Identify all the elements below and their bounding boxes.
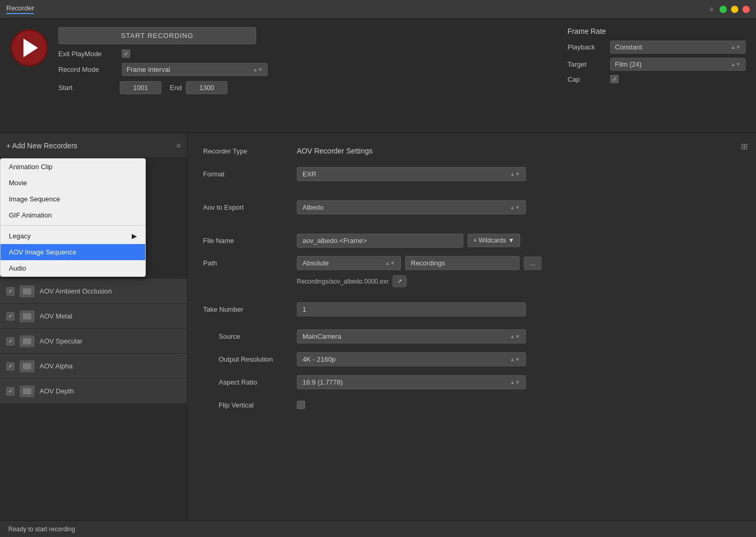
aov-depth-checkbox[interactable] [6, 387, 15, 395]
output-resolution-select[interactable]: 4K - 2160p ▲▼ [297, 352, 526, 366]
flip-vertical-checkbox[interactable] [297, 401, 305, 409]
aov-metal-label: AOV Metal [40, 312, 72, 320]
aov-export-arrow-icon: ▲▼ [510, 204, 520, 210]
record-mode-select[interactable]: Frame Interval ▲▼ [122, 63, 268, 76]
source-arrow-icon: ▲▼ [510, 334, 520, 339]
dropdown-image-sequence-label: Image Sequence [9, 195, 60, 203]
close-button[interactable] [742, 6, 750, 13]
cap-row: Cap [568, 75, 746, 83]
sort-icon: ≡ [177, 142, 181, 150]
aspect-ratio-label: Aspect Ratio [203, 378, 297, 386]
frame-end-input[interactable]: 1300 [186, 81, 228, 94]
frame-start-input[interactable]: 1001 [120, 81, 161, 94]
source-select[interactable]: MainCamera ▲▼ [297, 329, 526, 343]
exit-playmode-checkbox[interactable] [122, 49, 130, 58]
aov-export-row: Aov to Export Albedo ▲▼ [203, 200, 740, 214]
aov-specular-checkbox[interactable] [6, 337, 15, 346]
dropdown-gif-animation-label: GIF Animation [9, 211, 52, 219]
dropdown-item-image-sequence[interactable]: Image Sequence [1, 191, 145, 207]
exit-playmode-row: Exit PlayMode [58, 49, 536, 58]
minimize-button[interactable] [731, 6, 738, 13]
target-row: Target Film (24) ▲▼ [568, 58, 746, 71]
dropdown-item-gif-animation[interactable]: GIF Animation [1, 207, 145, 223]
aspect-ratio-select[interactable]: 16:9 (1.7778) ▲▼ [297, 375, 526, 389]
aov-depth-thumb [20, 386, 34, 397]
start-recording-button[interactable]: START RECORDING [58, 27, 256, 44]
frame-rate-title: Frame Rate [568, 27, 746, 35]
dropdown-item-aov-image-sequence[interactable]: AOV Image Sequence [1, 244, 145, 260]
recorder-type-value: AOV Recorder Settings [297, 147, 373, 155]
output-resolution-label: Output Resolution [203, 355, 297, 363]
output-resolution-row: Output Resolution 4K - 2160p ▲▼ [203, 352, 740, 366]
take-number-input[interactable]: 1 [297, 302, 526, 316]
wildcards-label: + Wildcards [473, 237, 506, 244]
recorder-item-aov-specular[interactable]: AOV Specular [0, 329, 187, 354]
path-row: Path Absolute ▲▼ Recordings ... Recordin… [203, 256, 740, 287]
status-bar: Ready to start recording [0, 520, 756, 537]
recorder-type-row: Recorder Type AOV Recorder Settings [203, 144, 740, 158]
record-mode-label: Record Mode [58, 66, 116, 73]
recorder-item-aov-ambient-occlusion[interactable]: AOV Ambient Occlusion [0, 279, 187, 304]
aov-specular-label: AOV Specular [40, 337, 82, 345]
add-recorders-bar[interactable]: + Add New Recorders ≡ [0, 133, 187, 158]
exit-playmode-label: Exit PlayMode [58, 50, 116, 58]
recorder-item-aov-depth[interactable]: AOV Depth [0, 379, 187, 404]
aspect-ratio-value: 16:9 (1.7778) [303, 378, 343, 386]
dropdown-legacy-label: Legacy [9, 232, 31, 240]
playback-select[interactable]: Constant ▲▼ [610, 41, 746, 54]
status-text: Ready to start recording [8, 526, 75, 533]
format-value: EXR [303, 170, 317, 178]
menu-lines-icon[interactable]: ≡ [710, 6, 713, 13]
take-number-row: Take Number 1 [203, 302, 740, 316]
wildcards-arrow-icon: ▼ [508, 237, 514, 244]
dropdown-item-movie[interactable]: Movie [1, 175, 145, 191]
dropdown-item-animation-clip[interactable]: Animation Clip [1, 159, 145, 175]
wildcards-button[interactable]: + Wildcards ▼ [468, 234, 520, 247]
format-select[interactable]: EXR ▲▼ [297, 167, 526, 181]
dropdown-item-audio[interactable]: Audio [1, 260, 145, 276]
frame-end-label: End [170, 84, 182, 92]
window-controls: ≡ [710, 6, 750, 13]
playback-arrow-icon: ▲▼ [730, 44, 741, 50]
cap-checkbox[interactable] [610, 75, 619, 83]
panel-maximize-button[interactable]: ⊞ [741, 142, 748, 151]
open-external-button[interactable]: ↗ [393, 275, 407, 287]
record-controls: START RECORDING Exit PlayMode Record Mod… [58, 27, 536, 94]
aov-ambient-occlusion-checkbox[interactable] [6, 287, 15, 296]
file-name-input[interactable]: aov_albedo.<Frame> [297, 234, 463, 248]
maximize-button[interactable] [720, 6, 727, 13]
flip-vertical-row: Flip Vertical [203, 398, 740, 412]
aov-export-select[interactable]: Albedo ▲▼ [297, 200, 526, 214]
format-label: Format [203, 170, 297, 178]
browse-button[interactable]: ... [524, 257, 541, 270]
dropdown-item-legacy[interactable]: Legacy ▶ [1, 228, 145, 244]
dropdown-audio-label: Audio [9, 264, 26, 272]
playback-value: Constant [615, 43, 642, 51]
target-select[interactable]: Film (24) ▲▼ [610, 58, 746, 71]
recorder-list: AOV Ambient Occlusion AOV Metal AOV Spec… [0, 279, 187, 520]
recordings-input[interactable]: Recordings [405, 256, 520, 270]
aov-metal-checkbox[interactable] [6, 312, 15, 321]
frame-range-row: Start 1001 End 1300 [58, 81, 536, 94]
aov-specular-thumb [20, 336, 34, 347]
aov-ambient-occlusion-thumb [20, 286, 34, 297]
file-name-row: File Name aov_albedo.<Frame> + Wildcards… [203, 233, 740, 248]
aov-alpha-checkbox[interactable] [6, 362, 15, 370]
aov-export-value: Albedo [303, 203, 323, 211]
main-content: START RECORDING Exit PlayMode Record Mod… [0, 19, 756, 537]
record-mode-arrow-icon: ▲▼ [253, 67, 263, 72]
frame-rate-panel: Frame Rate Playback Constant ▲▼ Target F… [568, 27, 746, 87]
aov-metal-thumb [20, 311, 34, 322]
aov-depth-label: AOV Depth [40, 387, 74, 395]
source-value: MainCamera [303, 333, 341, 340]
record-mode-value: Frame Interval [127, 66, 170, 73]
path-type-select[interactable]: Absolute ▲▼ [297, 256, 401, 270]
aspect-ratio-row: Aspect Ratio 16:9 (1.7778) ▲▼ [203, 375, 740, 389]
sidebar: + Add New Recorders ≡ Animation Clip Mov… [0, 133, 187, 520]
recorder-item-aov-metal[interactable]: AOV Metal [0, 304, 187, 329]
play-triangle-icon [23, 39, 38, 57]
full-path-row: Recordings/aov_albedo.0000.exr ↗ [297, 275, 407, 287]
recorder-item-aov-alpha[interactable]: AOV Alpha [0, 354, 187, 379]
add-recorders-label: + Add New Recorders [6, 142, 78, 150]
title-bar: Recorder ≡ [0, 0, 756, 19]
